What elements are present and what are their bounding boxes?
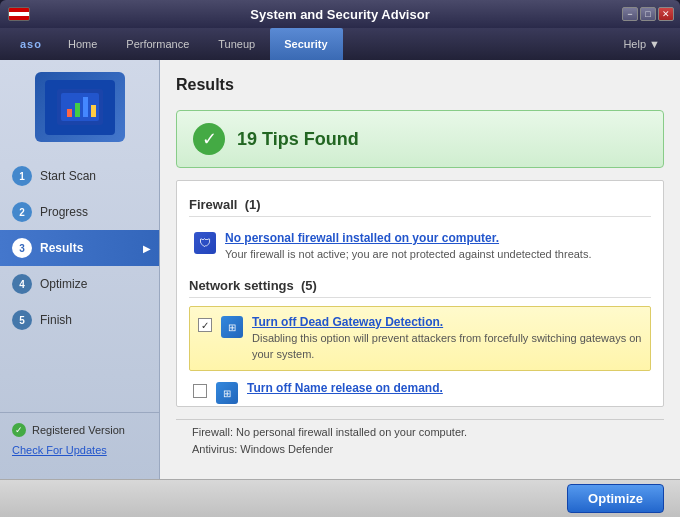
step-label-2: Progress (40, 205, 88, 219)
content-area: Results ✓ 19 Tips Found Firewall (1) 🛡 N… (160, 60, 680, 479)
step-label-3: Results (40, 241, 83, 255)
nav-security[interactable]: Security (270, 28, 342, 60)
step-label-1: Start Scan (40, 169, 96, 183)
step-num-1: 1 (12, 166, 32, 186)
registered-text: Registered Version (32, 424, 125, 436)
tips-check-icon: ✓ (193, 123, 225, 155)
check-updates-link[interactable]: Check For Updates (12, 444, 107, 456)
tip-firewall-1: 🛡 No personal firewall installed on your… (189, 225, 651, 268)
tip-icon-firewall: 🛡 (193, 231, 217, 255)
minimize-button[interactable]: − (622, 7, 638, 21)
tip-icon-network-2: ⊞ (215, 381, 239, 405)
step-optimize[interactable]: 4 Optimize (0, 266, 159, 302)
tip-icon-network-1: ⊞ (220, 315, 244, 339)
registered-row: ✓ Registered Version (12, 423, 147, 437)
tip-network-2: ⊞ Turn off Name release on demand. (189, 375, 651, 406)
title-bar: System and Security Advisor − □ ✕ (0, 0, 680, 28)
nav-bar: aso Home Performance Tuneup Security Hel… (0, 28, 680, 60)
tip-content-network-1: Turn off Dead Gateway Detection. Disabli… (252, 315, 642, 362)
tip-checkbox-2[interactable] (193, 384, 207, 398)
category-firewall: Firewall (1) (189, 191, 651, 217)
sidebar-logo (35, 72, 125, 142)
step-label-5: Finish (40, 313, 72, 327)
step-num-2: 2 (12, 202, 32, 222)
tip-content-network-2: Turn off Name release on demand. (247, 381, 443, 397)
maximize-button[interactable]: □ (640, 7, 656, 21)
svg-rect-3 (75, 103, 80, 117)
step-num-5: 5 (12, 310, 32, 330)
step-num-4: 4 (12, 274, 32, 294)
sidebar-logo-inner (45, 80, 115, 135)
tip-content-firewall: No personal firewall installed on your c… (225, 231, 591, 262)
nav-logo: aso (8, 38, 54, 50)
bottom-bar: Optimize (0, 479, 680, 517)
svg-rect-5 (91, 105, 96, 117)
title-bar-text: System and Security Advisor (250, 7, 429, 22)
results-title: Results (176, 76, 664, 94)
tips-text: 19 Tips Found (237, 129, 359, 150)
tip-title-network-1[interactable]: Turn off Dead Gateway Detection. (252, 315, 642, 329)
step-num-3: 3 (12, 238, 32, 258)
nav-help[interactable]: Help ▼ (611, 38, 672, 50)
results-list: Firewall (1) 🛡 No personal firewall inst… (176, 180, 664, 407)
tips-banner: ✓ 19 Tips Found (176, 110, 664, 168)
tip-title-network-2[interactable]: Turn off Name release on demand. (247, 381, 443, 395)
close-button[interactable]: ✕ (658, 7, 674, 21)
sidebar: 1 Start Scan 2 Progress 3 Results 4 Opti… (0, 60, 160, 479)
category-network: Network settings (5) (189, 272, 651, 298)
step-label-4: Optimize (40, 277, 87, 291)
svg-rect-2 (67, 109, 72, 117)
tip-desc-network-1: Disabling this option will prevent attac… (252, 331, 642, 362)
windows-icon-1: ⊞ (221, 316, 243, 338)
nav-performance[interactable]: Performance (112, 28, 204, 60)
title-bar-controls: − □ ✕ (622, 7, 674, 21)
windows-icon-2: ⊞ (216, 382, 238, 404)
optimize-button[interactable]: Optimize (567, 484, 664, 513)
svg-rect-4 (83, 97, 88, 117)
results-scroll[interactable]: Firewall (1) 🛡 No personal firewall inst… (177, 181, 663, 406)
main-container: 1 Start Scan 2 Progress 3 Results 4 Opti… (0, 60, 680, 479)
tip-title-firewall[interactable]: No personal firewall installed on your c… (225, 231, 591, 245)
step-progress[interactable]: 2 Progress (0, 194, 159, 230)
flag-icon (8, 7, 30, 21)
nav-home[interactable]: Home (54, 28, 112, 60)
tip-checkbox-1[interactable]: ✓ (198, 318, 212, 332)
sidebar-bottom: ✓ Registered Version Check For Updates (0, 412, 159, 467)
step-start-scan[interactable]: 1 Start Scan (0, 158, 159, 194)
shield-icon: 🛡 (194, 232, 216, 254)
tip-network-1: ✓ ⊞ Turn off Dead Gateway Detection. Dis… (189, 306, 651, 371)
status-line-1: Firewall: No personal firewall installed… (192, 424, 648, 442)
tip-desc-firewall: Your firewall is not active; you are not… (225, 247, 591, 262)
nav-tuneup[interactable]: Tuneup (204, 28, 270, 60)
step-results[interactable]: 3 Results (0, 230, 159, 266)
status-bar: Firewall: No personal firewall installed… (176, 419, 664, 463)
status-line-2: Antivirus: Windows Defender (192, 441, 648, 459)
registered-check-icon: ✓ (12, 423, 26, 437)
step-finish[interactable]: 5 Finish (0, 302, 159, 338)
